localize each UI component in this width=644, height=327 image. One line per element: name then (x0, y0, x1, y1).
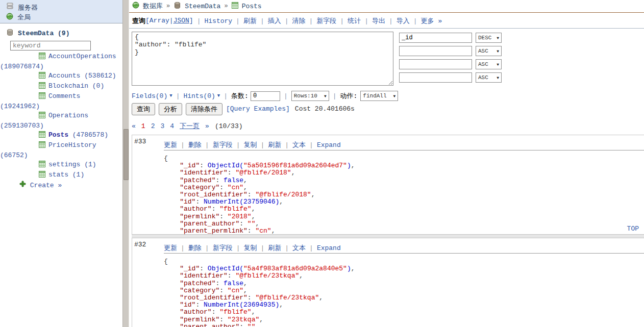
pagination-prev-arrow[interactable]: « (132, 122, 136, 130)
sidebar: 服务器 全局 SteemData (9) AccountOperations (… (0, 0, 122, 327)
sidebar-collection-item[interactable]: AccountOperations (189076874) (0, 52, 122, 71)
collection-count: (4786578) (68, 131, 108, 139)
menu-item[interactable]: 新字段 (316, 17, 336, 25)
sidebar-collection-item[interactable]: Comments (19241962) (0, 92, 122, 111)
record-action-3[interactable]: 新字段 (213, 243, 233, 253)
sidebar-collection-item[interactable]: Operations (259130703) (0, 111, 122, 131)
json-line: { (164, 155, 644, 162)
rows-select[interactable]: Rows:10▼ (291, 91, 329, 101)
menu-item[interactable]: History (204, 17, 232, 25)
record-action-1[interactable]: 更新 (164, 140, 177, 149)
record-action-5[interactable]: 刷新 (268, 243, 281, 253)
limit-input[interactable] (251, 91, 280, 101)
json-token: , (351, 265, 355, 272)
clear-conditions-button[interactable]: 清除条件 (186, 103, 222, 115)
pagination-page-3[interactable]: 3 (160, 122, 164, 130)
json-token (164, 220, 180, 228)
json-token: , (259, 316, 263, 323)
sidebar-servers-label: 服务器 (18, 3, 38, 12)
pagination-page-2[interactable]: 2 (151, 122, 155, 130)
sort-order-select[interactable]: ASC▼ (476, 72, 502, 83)
fields-dropdown-link[interactable]: Fields(0) (132, 92, 167, 100)
json-token: , (243, 184, 247, 191)
sidebar-collection-item[interactable]: settings (1) (0, 160, 122, 170)
query-textarea[interactable]: { "author": "fblife" } (132, 32, 393, 86)
query-examples-link[interactable]: [Query Examples] (226, 105, 290, 113)
record-action-4[interactable]: 复制 (243, 243, 257, 253)
submit-query-button[interactable]: 查询 (132, 103, 155, 115)
json-token: : (212, 205, 220, 213)
sidebar-scrollbar-thumb[interactable] (123, 129, 129, 180)
record-action-2[interactable]: 删除 (188, 140, 202, 149)
pipe: | (220, 92, 231, 100)
breadcrumb-item-SteemData[interactable]: SteemData (174, 2, 220, 11)
sidebar-collection-item[interactable]: stats (1) (0, 170, 122, 181)
record-action-6[interactable]: 文本 (292, 243, 306, 253)
table-icon (19, 161, 45, 170)
sort-order-select[interactable]: ASC▼ (476, 59, 502, 69)
action-select[interactable]: findAll▼ (360, 91, 398, 101)
menu-item[interactable]: 导出 (372, 17, 385, 25)
menu-item[interactable]: 统计 (348, 17, 361, 25)
globe-icon (132, 2, 139, 11)
database-header-link[interactable]: SteemData (9) (0, 29, 122, 38)
collection-filter-input[interactable] (10, 41, 91, 51)
sidebar-scrollbar[interactable] (122, 0, 129, 327)
sidebar-collection-item[interactable]: Accounts (538612) (0, 71, 122, 82)
menu-items: |History|刷新|插入|清除|新字段|统计|导出|导入|更多 » (193, 16, 442, 26)
json-token: , (299, 272, 303, 280)
create-collection-link[interactable]: Create » (0, 181, 122, 190)
sort-field-input[interactable] (399, 72, 472, 83)
json-token: "id" (180, 198, 195, 206)
record-action-2[interactable]: 删除 (188, 243, 202, 253)
json-line: "parent_author": "", (164, 220, 644, 228)
menu-item[interactable]: 更多 » (421, 17, 442, 25)
json-token: "cn" (228, 184, 243, 191)
collection-name: Posts (48, 131, 68, 139)
plus-icon (19, 182, 30, 189)
sidebar-collection-item[interactable]: PriceHistory (66752) (0, 141, 122, 160)
pagination-next-link[interactable]: 下一页 (180, 121, 200, 131)
breadcrumb-item-Posts[interactable]: Posts (232, 2, 262, 11)
sort-field-input[interactable] (399, 33, 472, 43)
explain-button[interactable]: 分析 (159, 103, 182, 115)
sidebar-collection-item[interactable]: Posts (4786578) (0, 131, 122, 141)
sidebar-item-global[interactable]: 全局 (0, 12, 122, 22)
sort-order-select[interactable]: DESC▼ (476, 33, 502, 43)
menu-separator: | (257, 17, 268, 25)
sidebar-global-label: 全局 (17, 13, 31, 22)
record-action-3[interactable]: 新字段 (213, 140, 233, 149)
bracket: [ (145, 17, 150, 24)
menu-mode-array[interactable]: Array (150, 17, 169, 24)
json-token: "" (247, 323, 256, 327)
breadcrumb-item-数据库[interactable]: 数据库 (132, 2, 163, 11)
sort-field-input[interactable] (399, 59, 472, 69)
json-token: "5a4f983af81a6d09a2a840e5" (243, 265, 347, 272)
menu-item[interactable]: 刷新 (243, 17, 257, 25)
record-action-7[interactable]: Expand (317, 141, 341, 149)
table-icon (19, 92, 45, 102)
menu-item[interactable]: 清除 (292, 17, 306, 25)
record-action-1[interactable]: 更新 (164, 243, 177, 253)
sort-order-select[interactable]: ASC▼ (476, 46, 502, 56)
record-action-7[interactable]: Expand (317, 244, 341, 252)
sort-field-input[interactable] (399, 46, 472, 56)
hints-dropdown-link[interactable]: Hints(0) (183, 92, 215, 100)
json-token: : (247, 294, 256, 301)
menu-mode-json[interactable]: JSON (174, 17, 189, 24)
record-action-5[interactable]: 刷新 (268, 140, 281, 149)
table-icon (19, 171, 45, 181)
menu-item[interactable]: 导入 (397, 17, 410, 25)
menu-item[interactable]: 插入 (268, 17, 281, 25)
json-token: , (252, 308, 256, 316)
pagination-next-arrow[interactable]: » (205, 122, 209, 130)
record-action-4[interactable]: 复制 (243, 140, 257, 149)
pagination-page-4[interactable]: 4 (170, 122, 174, 130)
menu-query-label[interactable]: 查询 (132, 16, 145, 26)
select-arrow-icon: ▼ (497, 49, 499, 54)
top-link[interactable]: TOP (627, 225, 639, 233)
sidebar-collection-item[interactable]: Blockchain (0) (0, 82, 122, 92)
action-separator: | (309, 244, 313, 252)
record-action-6[interactable]: 文本 (292, 140, 306, 149)
sidebar-item-servers[interactable]: 服务器 (0, 3, 122, 12)
